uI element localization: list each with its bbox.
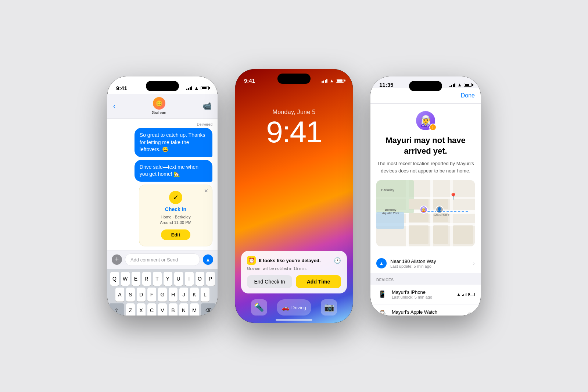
close-icon[interactable]: ✕ [204,188,208,194]
add-time-button[interactable]: Add Time [296,275,341,288]
keyboard-row-2: A S D F G H J K L [109,288,216,302]
device-status-iphone: ▲ [457,292,475,296]
message-input-area: + Add comment or Send ▲ [107,250,218,269]
signal-icon-3 [449,83,456,87]
clock-icon: 🕐 [334,257,341,264]
end-check-in-button[interactable]: End Check In [247,275,292,288]
key-p[interactable]: P [206,272,215,286]
map-block-7 [453,225,473,244]
key-i[interactable]: I [185,272,194,286]
wifi-icon-3: ▲ [457,82,462,88]
camera-button[interactable]: 📷 [321,299,337,316]
checkin-subtitle: The most recent location reported by May… [376,160,475,174]
phone-lockscreen: 9:41 ▲ Monda [235,69,353,323]
key-r[interactable]: R [142,272,151,286]
key-d[interactable]: D [137,288,146,302]
message-bubble-1: So great to catch up. Thanks for letting… [135,128,212,157]
map-block-6 [433,225,448,244]
flashlight-button[interactable]: 🔦 [251,299,267,316]
wifi-device-icon: ▲ [457,292,461,296]
key-n[interactable]: N [179,303,188,316]
dotted-path [424,211,468,212]
edit-button[interactable]: Edit [161,229,191,240]
car-icon: 🚗 [282,304,289,311]
lock-dock: 🔦 🚗 Driving 📷 [235,299,353,316]
key-f[interactable]: F [147,288,156,302]
contact-avatar: 😊 [153,97,165,110]
location-address: Near 190 Allston Way [390,259,469,264]
aquatic-label: BerkeleyAquatic Park [382,208,399,215]
add-attachment-button[interactable]: + [112,254,122,265]
chevron-right-icon: › [473,260,475,266]
driving-indicator: 🚗 Driving [277,299,311,316]
key-u[interactable]: U [174,272,183,286]
location-info: Near 190 Allston Way Last update: 5 min … [390,259,469,268]
message-input[interactable]: Add comment or Send [125,253,200,266]
road-v2 [430,180,433,246]
destination-pin: 📍 [449,192,457,200]
key-j[interactable]: J [179,288,188,302]
berkeley-label: Berkeley [381,188,394,192]
watch-icon: ⌚ [376,308,388,316]
key-y[interactable]: Y [164,272,172,286]
send-button[interactable]: ▲ [203,254,213,265]
signal-device-icon [462,292,467,296]
check-in-title: Check In [165,206,186,212]
iphone-icon: 📱 [376,288,388,300]
key-b[interactable]: B [169,303,178,316]
person-pin: 🧝 [420,206,428,214]
backspace-key[interactable]: ⌫ [201,303,216,316]
key-e[interactable]: E [132,272,140,286]
key-h[interactable]: H [169,288,178,302]
device-info-watch: Mayuri's Apple Watch Last upda... [392,309,465,316]
status-icons-3: ▲ [449,82,472,88]
device-row-watch: ⌚ Mayuri's Apple Watch Last upda... [370,304,481,316]
map-container: Berkeley BerkeleyAquatic Park BANCROFT 📍… [376,180,475,246]
device-status-watch [468,313,475,316]
key-q[interactable]: Q [110,272,119,286]
key-x[interactable]: X [137,303,146,316]
key-t[interactable]: T [153,272,162,286]
notification-header: ⏰ It looks like you're delayed. 🕐 [247,256,341,265]
key-k[interactable]: K [190,288,199,302]
lock-notification: ⏰ It looks like you're delayed. 🕐 Graham… [241,251,347,293]
battery-watch-icon [468,313,475,316]
check-in-icon: ✓ [169,191,182,204]
shift-key[interactable]: ⇧ [109,303,124,316]
checkin-body: 🧝‍♀️ ! Mayuri may not have arrived yet. … [370,104,481,254]
dynamic-island-3 [409,81,442,91]
key-w[interactable]: W [121,272,130,286]
key-c[interactable]: C [147,303,156,316]
dynamic-island-2 [277,74,311,84]
notification-subtitle: Graham will be notified in 15 min. [247,266,341,271]
key-g[interactable]: G [158,288,167,302]
done-button[interactable]: Done [461,92,475,99]
avatar-wrap: 🧝‍♀️ ! [416,111,435,130]
bancroft-label: BANCROFT [433,213,449,217]
key-z[interactable]: Z [126,303,135,316]
back-button[interactable]: ‹ [113,102,115,110]
key-m[interactable]: M [190,303,199,316]
battery-icon-1 [201,86,209,90]
key-a[interactable]: A [115,288,124,302]
home-indicator-2 [276,319,312,321]
contact-info[interactable]: 😊 Graham [152,97,166,115]
key-l[interactable]: L [201,288,209,302]
contact-name: Graham [152,110,166,115]
warning-badge: ! [429,124,437,131]
battery-device-icon [468,293,475,296]
map-block-3 [409,213,429,222]
location-time: Last update: 5 min ago [390,264,469,268]
location-row[interactable]: ▲ Near 190 Allston Way Last update: 5 mi… [370,254,481,273]
video-call-button[interactable]: 📹 [202,101,212,110]
devices-section: DEVICES [370,273,481,284]
key-o[interactable]: O [196,272,204,286]
key-v[interactable]: V [158,303,167,316]
status-icons-1: ▲ [186,85,209,91]
device-row-iphone: 📱 Mayuri's iPhone Last unlock: 5 min ago… [370,285,481,304]
app-icon: ⏰ [247,256,256,265]
phones-container: 9:41 ▲ ‹ 😊 [107,69,481,323]
key-s[interactable]: S [126,288,135,302]
status-icons-2: ▲ [322,78,344,83]
dynamic-island-1 [146,81,179,91]
